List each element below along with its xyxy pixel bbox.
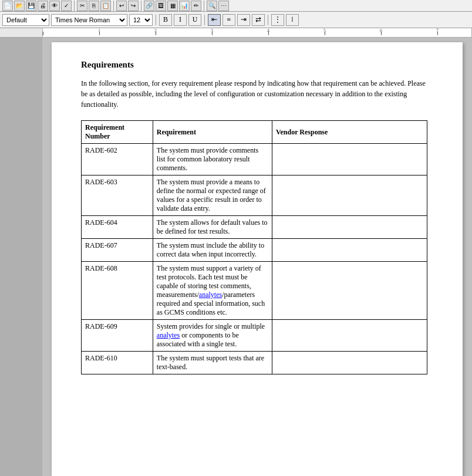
vendor-response[interactable] bbox=[272, 175, 427, 216]
req-number: RADE-608 bbox=[82, 262, 153, 320]
req-text: The system allows for default values to … bbox=[153, 216, 272, 239]
req-text: System provides for single or multiple a… bbox=[153, 320, 272, 352]
table-header-row: Requirement Number Requirement Vendor Re… bbox=[82, 121, 427, 144]
table-row: RADE-603The system must provide a means … bbox=[82, 175, 427, 216]
req-number: RADE-603 bbox=[82, 175, 153, 216]
chart-icon[interactable]: 📊 bbox=[179, 1, 190, 11]
page-title: Requirements bbox=[81, 60, 427, 70]
underline-button[interactable]: U bbox=[188, 14, 201, 26]
ruler: 1 2 3 4 5 6 7 bbox=[0, 28, 472, 38]
vendor-response[interactable] bbox=[272, 262, 427, 320]
open-icon[interactable]: 📂 bbox=[14, 1, 25, 11]
italic-button[interactable]: I bbox=[174, 14, 187, 26]
paste-icon[interactable]: 📋 bbox=[100, 1, 111, 11]
vendor-response[interactable] bbox=[272, 239, 427, 262]
bold-button[interactable]: B bbox=[159, 14, 172, 26]
vendor-response[interactable] bbox=[272, 144, 427, 175]
table-row: RADE-610The system must support tests th… bbox=[82, 352, 427, 374]
req-text: The system must support tests that are t… bbox=[153, 352, 272, 374]
copy-icon[interactable]: ⎘ bbox=[89, 1, 99, 11]
more-icon[interactable]: ⋯ bbox=[218, 1, 229, 11]
print-icon[interactable]: 🖨 bbox=[38, 1, 48, 11]
find-icon[interactable]: 🔍 bbox=[207, 1, 217, 11]
req-number: RADE-610 bbox=[82, 352, 153, 374]
cut-icon[interactable]: ✂ bbox=[77, 1, 87, 11]
image-icon[interactable]: 🖼 bbox=[156, 1, 166, 11]
sep4 bbox=[204, 1, 204, 11]
table-row: RADE-608The system must support a variet… bbox=[82, 262, 427, 320]
intro-text: In the following section, for every requ… bbox=[81, 78, 427, 110]
req-text: The system must include the ability to c… bbox=[153, 239, 272, 262]
style-select[interactable]: Default bbox=[2, 14, 49, 26]
format-bar: Default Times New Roman 12 B I U ⇤ ≡ ⇥ ⇄… bbox=[0, 12, 472, 28]
req-text: The system must provide comments list fo… bbox=[153, 144, 272, 175]
sep1 bbox=[74, 1, 75, 11]
sep3 bbox=[141, 1, 141, 11]
font-select[interactable]: Times New Roman bbox=[51, 14, 127, 26]
table-row: RADE-604The system allows for default va… bbox=[82, 216, 427, 239]
list-bullet-button[interactable]: ⁞ bbox=[286, 14, 299, 26]
link-icon[interactable]: 🔗 bbox=[144, 1, 154, 11]
preview-icon[interactable]: 👁 bbox=[49, 1, 60, 11]
sep6 bbox=[204, 15, 205, 25]
spellcheck-icon[interactable]: ✓ bbox=[61, 1, 72, 11]
intro-content: In the following section, for every requ… bbox=[81, 79, 426, 109]
sep7 bbox=[268, 15, 268, 25]
sep5 bbox=[156, 15, 156, 25]
align-center-button[interactable]: ≡ bbox=[222, 14, 235, 26]
table-row: RADE-609System provides for single or mu… bbox=[82, 320, 427, 352]
draw-icon[interactable]: ✏ bbox=[191, 1, 201, 11]
document-area: Requirements In the following section, f… bbox=[42, 38, 472, 476]
undo-icon[interactable]: ↩ bbox=[116, 1, 127, 11]
table-row: RADE-602The system must provide comments… bbox=[82, 144, 427, 175]
sep2 bbox=[113, 1, 114, 11]
requirements-table: Requirement Number Requirement Vendor Re… bbox=[81, 120, 427, 374]
page: Requirements In the following section, f… bbox=[52, 42, 463, 476]
req-number: RADE-609 bbox=[82, 320, 153, 352]
ruler-inner: 1 2 3 4 5 6 7 bbox=[42, 28, 472, 37]
save-icon[interactable]: 💾 bbox=[26, 1, 36, 11]
vendor-response[interactable] bbox=[272, 320, 427, 352]
header-vendor: Vendor Response bbox=[272, 121, 427, 144]
req-number: RADE-604 bbox=[82, 216, 153, 239]
header-number: Requirement Number bbox=[82, 121, 153, 144]
size-select[interactable]: 12 bbox=[129, 14, 153, 26]
req-number: RADE-607 bbox=[82, 239, 153, 262]
left-sidebar bbox=[0, 38, 42, 476]
align-justify-button[interactable]: ⇄ bbox=[252, 14, 265, 26]
vendor-response[interactable] bbox=[272, 352, 427, 374]
table-icon[interactable]: ▦ bbox=[167, 1, 178, 11]
req-text: The system must provide a means to defin… bbox=[153, 175, 272, 216]
align-right-button[interactable]: ⇥ bbox=[237, 14, 250, 26]
table-row: RADE-607The system must include the abil… bbox=[82, 239, 427, 262]
req-text: The system must support a variety of tes… bbox=[153, 262, 272, 320]
vendor-response[interactable] bbox=[272, 216, 427, 239]
align-left-button[interactable]: ⇤ bbox=[208, 14, 221, 26]
header-requirement: Requirement bbox=[153, 121, 272, 144]
new-icon[interactable]: 📄 bbox=[2, 1, 13, 11]
redo-icon[interactable]: ↪ bbox=[128, 1, 139, 11]
toolbar: 📄 📂 💾 🖨 👁 ✓ ✂ ⎘ 📋 ↩ ↪ 🔗 🖼 ▦ 📊 ✏ 🔍 ⋯ bbox=[0, 0, 472, 12]
list-ordered-button[interactable]: ⋮ bbox=[271, 14, 284, 26]
main-layout: Requirements In the following section, f… bbox=[0, 38, 472, 476]
req-number: RADE-602 bbox=[82, 144, 153, 175]
